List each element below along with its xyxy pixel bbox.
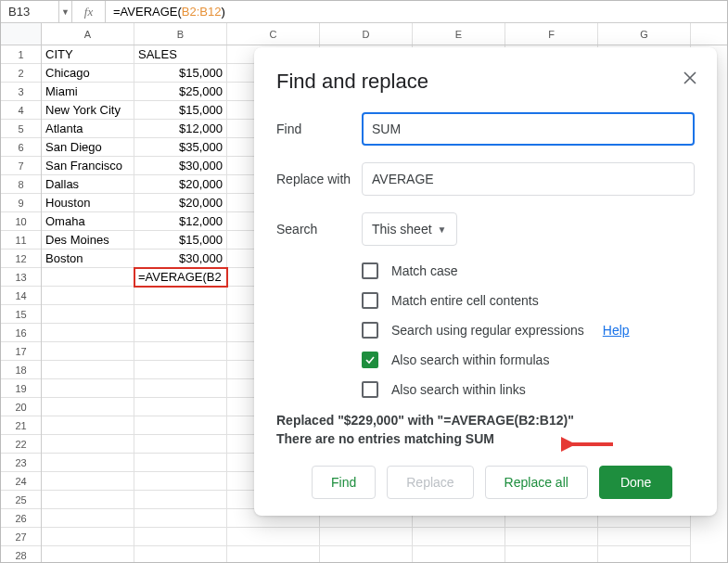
column-header[interactable]: B xyxy=(134,23,227,45)
column-header[interactable]: A xyxy=(42,23,134,45)
cell[interactable] xyxy=(42,509,134,528)
row-header[interactable]: 4 xyxy=(1,101,41,120)
row-header[interactable]: 20 xyxy=(1,398,41,416)
row-header[interactable]: 18 xyxy=(1,361,41,379)
cell[interactable] xyxy=(134,509,227,528)
row-header[interactable]: 6 xyxy=(1,138,41,157)
cell[interactable] xyxy=(42,305,134,324)
find-button[interactable]: Find xyxy=(312,466,376,499)
row-header[interactable]: 9 xyxy=(1,194,41,212)
cell[interactable]: Atlanta xyxy=(42,120,134,138)
row-header[interactable]: 16 xyxy=(1,324,41,342)
row-header[interactable]: 11 xyxy=(1,231,41,250)
cell[interactable] xyxy=(42,361,134,379)
cell[interactable]: =AVERAGE(B2 xyxy=(134,268,227,287)
cell[interactable] xyxy=(42,416,134,435)
search-scope-select[interactable]: This sheet ▼ xyxy=(362,212,457,246)
cell[interactable] xyxy=(134,342,227,361)
cell[interactable] xyxy=(42,454,134,472)
row-header[interactable]: 7 xyxy=(1,157,41,175)
cell[interactable] xyxy=(134,361,227,379)
row-header[interactable]: 24 xyxy=(1,472,41,491)
cell[interactable] xyxy=(42,491,134,509)
column-header[interactable]: G xyxy=(598,23,691,45)
row-header[interactable]: 28 xyxy=(1,546,41,563)
cell[interactable] xyxy=(42,268,134,287)
cell[interactable]: San Francisco xyxy=(42,157,134,175)
cell[interactable] xyxy=(134,435,227,454)
row-header[interactable]: 27 xyxy=(1,528,41,546)
row-header[interactable]: 22 xyxy=(1,435,41,454)
cell[interactable]: $25,000 xyxy=(134,83,227,101)
row-header[interactable]: 2 xyxy=(1,64,41,83)
cell[interactable]: $15,000 xyxy=(134,64,227,83)
cell[interactable]: Chicago xyxy=(42,64,134,83)
column-header[interactable]: F xyxy=(505,23,598,45)
cell[interactable] xyxy=(134,546,227,562)
row-header[interactable]: 19 xyxy=(1,379,41,398)
cell[interactable]: SALES xyxy=(134,45,227,64)
row-header[interactable]: 25 xyxy=(1,491,41,509)
cell[interactable] xyxy=(42,398,134,416)
cell[interactable]: Boston xyxy=(42,250,134,268)
select-all-corner[interactable] xyxy=(1,23,41,45)
cell[interactable] xyxy=(227,546,320,562)
column-header[interactable]: D xyxy=(320,23,413,45)
cell[interactable] xyxy=(134,454,227,472)
cell[interactable]: CITY xyxy=(42,45,134,64)
cell[interactable] xyxy=(42,379,134,398)
cell[interactable] xyxy=(134,416,227,435)
cell[interactable]: Dallas xyxy=(42,175,134,194)
cell[interactable] xyxy=(42,342,134,361)
name-box-dropdown[interactable]: ▼ xyxy=(59,1,72,22)
row-header[interactable]: 23 xyxy=(1,454,41,472)
cell[interactable] xyxy=(42,546,134,562)
cell[interactable] xyxy=(227,528,320,546)
row-header[interactable]: 17 xyxy=(1,342,41,361)
cell[interactable] xyxy=(42,472,134,491)
regex-checkbox[interactable] xyxy=(362,322,378,339)
cell[interactable] xyxy=(42,435,134,454)
row-header[interactable]: 3 xyxy=(1,83,41,101)
row-header[interactable]: 1 xyxy=(1,45,41,64)
cell[interactable]: Miami xyxy=(42,83,134,101)
cell[interactable] xyxy=(134,379,227,398)
row-header[interactable]: 12 xyxy=(1,250,41,268)
cell[interactable]: $15,000 xyxy=(134,101,227,120)
cell[interactable]: San Diego xyxy=(42,138,134,157)
cell[interactable] xyxy=(320,528,413,546)
cell[interactable]: New York City xyxy=(42,101,134,120)
row-header[interactable]: 13 xyxy=(1,268,41,287)
find-input[interactable] xyxy=(362,112,695,146)
cell[interactable] xyxy=(42,287,134,305)
cell[interactable] xyxy=(505,546,598,562)
cell[interactable] xyxy=(320,546,413,562)
regex-help-link[interactable]: Help xyxy=(603,323,630,338)
row-header[interactable]: 8 xyxy=(1,175,41,194)
row-header[interactable]: 10 xyxy=(1,212,41,231)
row-header[interactable]: 21 xyxy=(1,416,41,435)
cell[interactable] xyxy=(42,528,134,546)
cell[interactable] xyxy=(134,472,227,491)
cell[interactable] xyxy=(134,528,227,546)
cell[interactable] xyxy=(134,287,227,305)
name-box[interactable]: B13 xyxy=(1,1,59,22)
cell[interactable]: $30,000 xyxy=(134,157,227,175)
cell[interactable]: $12,000 xyxy=(134,212,227,231)
cell[interactable]: $15,000 xyxy=(134,231,227,250)
row-header[interactable]: 26 xyxy=(1,509,41,528)
match-case-checkbox[interactable] xyxy=(362,262,378,279)
row-header[interactable]: 14 xyxy=(1,287,41,305)
cell[interactable] xyxy=(598,546,691,562)
done-button[interactable]: Done xyxy=(599,466,672,499)
cell[interactable]: Des Moines xyxy=(42,231,134,250)
close-icon[interactable] xyxy=(680,68,700,88)
cell[interactable]: $20,000 xyxy=(134,194,227,212)
row-header[interactable]: 15 xyxy=(1,305,41,324)
cell[interactable]: $20,000 xyxy=(134,175,227,194)
match-entire-checkbox[interactable] xyxy=(362,292,378,309)
cell[interactable]: Houston xyxy=(42,194,134,212)
cell[interactable] xyxy=(505,528,598,546)
cell[interactable] xyxy=(42,324,134,342)
cell[interactable] xyxy=(134,324,227,342)
